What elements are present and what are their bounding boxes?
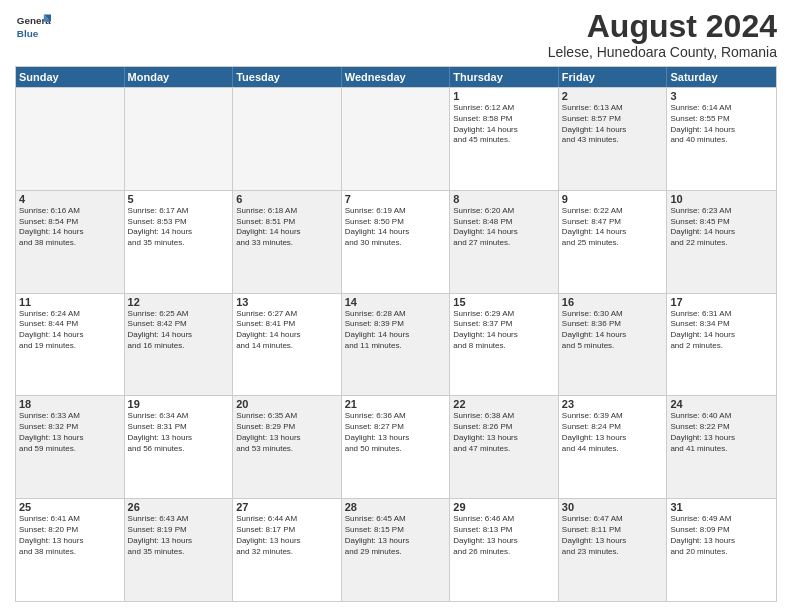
day-number: 22 [453,398,555,410]
day-detail: Sunrise: 6:30 AM Sunset: 8:36 PM Dayligh… [562,309,664,352]
day-detail: Sunrise: 6:45 AM Sunset: 8:15 PM Dayligh… [345,514,447,557]
calendar-day-10: 10Sunrise: 6:23 AM Sunset: 8:45 PM Dayli… [667,191,776,293]
day-header-tuesday: Tuesday [233,67,342,87]
calendar-day-2: 2Sunrise: 6:13 AM Sunset: 8:57 PM Daylig… [559,88,668,190]
day-number: 9 [562,193,664,205]
calendar-day-25: 25Sunrise: 6:41 AM Sunset: 8:20 PM Dayli… [16,499,125,601]
calendar-week-1: 1Sunrise: 6:12 AM Sunset: 8:58 PM Daylig… [16,87,776,190]
header: General Blue August 2024 Lelese, Hunedoa… [15,10,777,60]
day-number: 21 [345,398,447,410]
calendar-day-19: 19Sunrise: 6:34 AM Sunset: 8:31 PM Dayli… [125,396,234,498]
day-number: 20 [236,398,338,410]
day-detail: Sunrise: 6:49 AM Sunset: 8:09 PM Dayligh… [670,514,773,557]
day-detail: Sunrise: 6:20 AM Sunset: 8:48 PM Dayligh… [453,206,555,249]
calendar-week-4: 18Sunrise: 6:33 AM Sunset: 8:32 PM Dayli… [16,395,776,498]
calendar-day-21: 21Sunrise: 6:36 AM Sunset: 8:27 PM Dayli… [342,396,451,498]
day-detail: Sunrise: 6:27 AM Sunset: 8:41 PM Dayligh… [236,309,338,352]
calendar-body: 1Sunrise: 6:12 AM Sunset: 8:58 PM Daylig… [16,87,776,601]
calendar-day-1: 1Sunrise: 6:12 AM Sunset: 8:58 PM Daylig… [450,88,559,190]
calendar-week-3: 11Sunrise: 6:24 AM Sunset: 8:44 PM Dayli… [16,293,776,396]
calendar-day-7: 7Sunrise: 6:19 AM Sunset: 8:50 PM Daylig… [342,191,451,293]
title-area: August 2024 Lelese, Hunedoara County, Ro… [548,10,777,60]
logo-icon: General Blue [15,10,51,46]
calendar-day-6: 6Sunrise: 6:18 AM Sunset: 8:51 PM Daylig… [233,191,342,293]
day-number: 6 [236,193,338,205]
calendar-day-4: 4Sunrise: 6:16 AM Sunset: 8:54 PM Daylig… [16,191,125,293]
day-detail: Sunrise: 6:38 AM Sunset: 8:26 PM Dayligh… [453,411,555,454]
logo-area: General Blue [15,10,51,46]
day-number: 28 [345,501,447,513]
calendar-day-30: 30Sunrise: 6:47 AM Sunset: 8:11 PM Dayli… [559,499,668,601]
day-detail: Sunrise: 6:35 AM Sunset: 8:29 PM Dayligh… [236,411,338,454]
calendar-day-31: 31Sunrise: 6:49 AM Sunset: 8:09 PM Dayli… [667,499,776,601]
day-number: 25 [19,501,121,513]
day-number: 31 [670,501,773,513]
day-detail: Sunrise: 6:34 AM Sunset: 8:31 PM Dayligh… [128,411,230,454]
day-number: 10 [670,193,773,205]
day-number: 4 [19,193,121,205]
day-number: 27 [236,501,338,513]
day-detail: Sunrise: 6:33 AM Sunset: 8:32 PM Dayligh… [19,411,121,454]
day-detail: Sunrise: 6:13 AM Sunset: 8:57 PM Dayligh… [562,103,664,146]
day-number: 11 [19,296,121,308]
day-number: 14 [345,296,447,308]
day-detail: Sunrise: 6:19 AM Sunset: 8:50 PM Dayligh… [345,206,447,249]
day-number: 7 [345,193,447,205]
calendar-header: Sunday Monday Tuesday Wednesday Thursday… [16,67,776,87]
day-number: 26 [128,501,230,513]
calendar-week-2: 4Sunrise: 6:16 AM Sunset: 8:54 PM Daylig… [16,190,776,293]
day-detail: Sunrise: 6:47 AM Sunset: 8:11 PM Dayligh… [562,514,664,557]
day-header-saturday: Saturday [667,67,776,87]
day-number: 29 [453,501,555,513]
calendar-day-20: 20Sunrise: 6:35 AM Sunset: 8:29 PM Dayli… [233,396,342,498]
day-detail: Sunrise: 6:31 AM Sunset: 8:34 PM Dayligh… [670,309,773,352]
day-number: 8 [453,193,555,205]
day-number: 23 [562,398,664,410]
day-detail: Sunrise: 6:46 AM Sunset: 8:13 PM Dayligh… [453,514,555,557]
calendar-day-22: 22Sunrise: 6:38 AM Sunset: 8:26 PM Dayli… [450,396,559,498]
calendar-day-12: 12Sunrise: 6:25 AM Sunset: 8:42 PM Dayli… [125,294,234,396]
calendar-empty-cell [233,88,342,190]
calendar-empty-cell [342,88,451,190]
calendar-empty-cell [125,88,234,190]
day-number: 13 [236,296,338,308]
day-number: 17 [670,296,773,308]
calendar-day-28: 28Sunrise: 6:45 AM Sunset: 8:15 PM Dayli… [342,499,451,601]
day-header-thursday: Thursday [450,67,559,87]
day-detail: Sunrise: 6:41 AM Sunset: 8:20 PM Dayligh… [19,514,121,557]
calendar-day-8: 8Sunrise: 6:20 AM Sunset: 8:48 PM Daylig… [450,191,559,293]
day-detail: Sunrise: 6:36 AM Sunset: 8:27 PM Dayligh… [345,411,447,454]
page-subtitle: Lelese, Hunedoara County, Romania [548,44,777,60]
day-detail: Sunrise: 6:17 AM Sunset: 8:53 PM Dayligh… [128,206,230,249]
day-detail: Sunrise: 6:12 AM Sunset: 8:58 PM Dayligh… [453,103,555,146]
day-detail: Sunrise: 6:23 AM Sunset: 8:45 PM Dayligh… [670,206,773,249]
day-number: 12 [128,296,230,308]
calendar-day-13: 13Sunrise: 6:27 AM Sunset: 8:41 PM Dayli… [233,294,342,396]
day-detail: Sunrise: 6:24 AM Sunset: 8:44 PM Dayligh… [19,309,121,352]
calendar-day-5: 5Sunrise: 6:17 AM Sunset: 8:53 PM Daylig… [125,191,234,293]
day-detail: Sunrise: 6:22 AM Sunset: 8:47 PM Dayligh… [562,206,664,249]
calendar-day-17: 17Sunrise: 6:31 AM Sunset: 8:34 PM Dayli… [667,294,776,396]
calendar-empty-cell [16,88,125,190]
day-detail: Sunrise: 6:29 AM Sunset: 8:37 PM Dayligh… [453,309,555,352]
day-detail: Sunrise: 6:40 AM Sunset: 8:22 PM Dayligh… [670,411,773,454]
calendar-day-24: 24Sunrise: 6:40 AM Sunset: 8:22 PM Dayli… [667,396,776,498]
day-detail: Sunrise: 6:16 AM Sunset: 8:54 PM Dayligh… [19,206,121,249]
calendar-day-15: 15Sunrise: 6:29 AM Sunset: 8:37 PM Dayli… [450,294,559,396]
calendar: Sunday Monday Tuesday Wednesday Thursday… [15,66,777,602]
day-number: 18 [19,398,121,410]
day-detail: Sunrise: 6:43 AM Sunset: 8:19 PM Dayligh… [128,514,230,557]
calendar-day-14: 14Sunrise: 6:28 AM Sunset: 8:39 PM Dayli… [342,294,451,396]
page-title: August 2024 [548,10,777,42]
svg-text:Blue: Blue [17,28,39,39]
day-detail: Sunrise: 6:14 AM Sunset: 8:55 PM Dayligh… [670,103,773,146]
calendar-day-16: 16Sunrise: 6:30 AM Sunset: 8:36 PM Dayli… [559,294,668,396]
day-detail: Sunrise: 6:18 AM Sunset: 8:51 PM Dayligh… [236,206,338,249]
day-number: 1 [453,90,555,102]
calendar-week-5: 25Sunrise: 6:41 AM Sunset: 8:20 PM Dayli… [16,498,776,601]
calendar-day-3: 3Sunrise: 6:14 AM Sunset: 8:55 PM Daylig… [667,88,776,190]
page: General Blue August 2024 Lelese, Hunedoa… [0,0,792,612]
calendar-day-29: 29Sunrise: 6:46 AM Sunset: 8:13 PM Dayli… [450,499,559,601]
day-number: 30 [562,501,664,513]
calendar-day-9: 9Sunrise: 6:22 AM Sunset: 8:47 PM Daylig… [559,191,668,293]
